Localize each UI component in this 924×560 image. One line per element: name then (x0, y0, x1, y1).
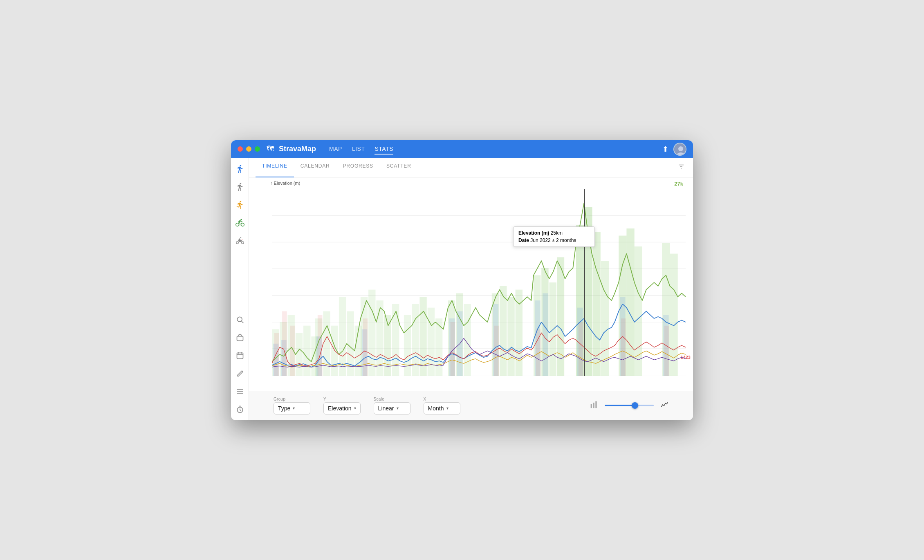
y-chevron-icon: ▾ (354, 406, 356, 410)
svg-rect-105 (318, 315, 323, 376)
app-icon: 🗺 (267, 145, 276, 154)
sidebar-calendar-icon[interactable] (234, 350, 246, 361)
group-value: Type (278, 405, 290, 412)
scale-chevron-icon: ▾ (397, 406, 399, 410)
x-select[interactable]: Month ▾ (424, 402, 460, 414)
y-select[interactable]: Elevation ▾ (323, 402, 361, 414)
group-label: Group (274, 397, 310, 401)
scale-value: Linear (378, 405, 394, 412)
app-window: 🗺 StravaMap MAP LIST STATS ⬆ (231, 140, 693, 420)
y-value: Elevation (328, 405, 352, 412)
svg-rect-102 (274, 333, 279, 376)
nav-tabs: MAP LIST STATS (329, 144, 393, 155)
y-label: Y (323, 397, 361, 401)
tab-calendar[interactable]: CALENDAR (294, 158, 336, 177)
scale-control: Scale Linear ▾ (374, 397, 410, 414)
controls-right (590, 401, 668, 411)
app-title: StravaMap (279, 145, 316, 153)
svg-rect-84 (601, 261, 609, 376)
y-axis-label: ↑ Elevation (m) (270, 181, 300, 186)
svg-rect-10 (237, 353, 243, 358)
svg-rect-80 (557, 257, 564, 376)
x-chevron-icon: ▾ (446, 406, 449, 410)
svg-rect-83 (593, 232, 601, 376)
svg-rect-75 (507, 297, 514, 376)
sidebar-search-icon[interactable] (234, 314, 246, 325)
close-button[interactable] (238, 146, 243, 152)
group-select[interactable]: Type ▾ (274, 402, 310, 414)
sidebar-bike-icon[interactable] (234, 217, 246, 228)
svg-rect-104 (290, 325, 295, 376)
svg-rect-110 (579, 322, 583, 376)
traffic-lights (238, 146, 260, 152)
avatar[interactable] (673, 143, 686, 156)
svg-rect-14 (237, 370, 242, 376)
sidebar-hike-icon[interactable] (234, 181, 246, 193)
titlebar: 🗺 StravaMap MAP LIST STATS ⬆ (231, 140, 693, 158)
svg-rect-112 (664, 325, 669, 376)
sidebar: + (231, 158, 249, 420)
svg-rect-65 (404, 315, 411, 376)
svg-rect-52 (303, 325, 310, 376)
svg-text:+: + (241, 238, 242, 240)
peak-label: 27k (674, 181, 683, 187)
filter-button[interactable] (676, 158, 686, 177)
tab-progress[interactable]: PROGRESS (336, 158, 380, 177)
sidebar-bag-icon[interactable] (234, 332, 246, 343)
minimize-button[interactable] (246, 146, 251, 152)
group-control: Group Type ▾ (274, 397, 310, 414)
bar-chart-toggle[interactable] (590, 401, 598, 411)
sidebar-ruler-icon[interactable] (234, 368, 246, 379)
titlebar-right: ⬆ (662, 143, 686, 156)
slider-thumb[interactable] (632, 402, 638, 409)
smoothing-slider[interactable] (605, 405, 654, 406)
svg-rect-106 (363, 318, 368, 376)
scale-select[interactable]: Linear ▾ (374, 402, 410, 414)
svg-point-4 (241, 241, 244, 244)
nav-map[interactable]: MAP (329, 144, 342, 155)
svg-point-3 (236, 241, 238, 244)
group-chevron-icon: ▾ (293, 406, 295, 410)
svg-rect-61 (368, 289, 375, 376)
svg-rect-51 (296, 333, 303, 376)
controls-bar: Group Type ▾ Y Elevation ▾ Scale (249, 391, 693, 420)
chart-svg: 30k 25k 20k 15k 10k 5000 0 2015 2016 201… (272, 189, 686, 376)
svg-rect-9 (237, 336, 243, 340)
sidebar-walk-icon[interactable] (234, 163, 246, 175)
sidebar-ebike-icon[interactable]: + (234, 235, 246, 246)
chart-area: ↑ Elevation (m) 27k 1423 30k 25k (249, 177, 693, 391)
line-chart-toggle[interactable] (660, 401, 668, 411)
x-label: X (424, 397, 460, 401)
nav-list[interactable]: LIST (352, 144, 365, 155)
share-icon[interactable]: ⬆ (662, 145, 668, 154)
svg-rect-89 (670, 253, 677, 376)
svg-rect-98 (543, 293, 548, 376)
x-control: X Month ▾ (424, 397, 460, 414)
nav-stats[interactable]: STATS (375, 144, 393, 155)
sub-tabs: TIMELINE CALENDAR PROGRESS SCATTER (249, 158, 693, 177)
svg-rect-86 (626, 228, 634, 376)
slider-track (605, 405, 654, 406)
svg-rect-117 (595, 401, 597, 408)
svg-rect-107 (451, 322, 455, 376)
sidebar-timer-icon[interactable] (234, 404, 246, 415)
svg-line-8 (241, 321, 243, 323)
svg-rect-74 (500, 286, 507, 376)
svg-rect-68 (428, 307, 435, 376)
svg-rect-116 (593, 403, 594, 408)
sidebar-list-icon[interactable] (234, 386, 246, 397)
svg-rect-115 (591, 404, 592, 408)
y-control: Y Elevation ▾ (323, 397, 361, 414)
main-area: TIMELINE CALENDAR PROGRESS SCATTER ↑ Ele… (249, 158, 693, 420)
sidebar-run-icon[interactable] (234, 199, 246, 211)
svg-point-7 (237, 317, 242, 322)
svg-rect-111 (621, 318, 626, 376)
svg-point-1 (678, 146, 683, 151)
tab-timeline[interactable]: TIMELINE (256, 158, 294, 177)
tab-scatter[interactable]: SCATTER (380, 158, 418, 177)
x-value: Month (428, 405, 444, 412)
content-area: + TIMELINE (231, 158, 693, 420)
scale-label: Scale (374, 397, 410, 401)
maximize-button[interactable] (255, 146, 260, 152)
